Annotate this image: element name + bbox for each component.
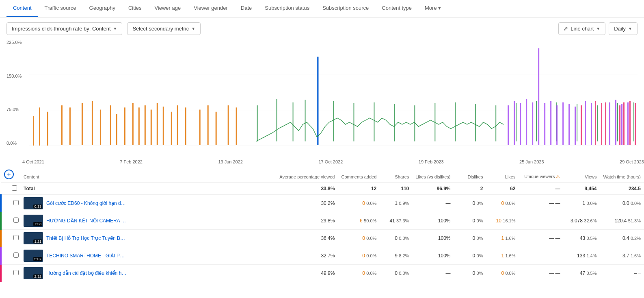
row-likes-vs-4: — <box>412 265 454 282</box>
total-checkbox[interactable] <box>12 185 17 191</box>
row-thumbnail-4: 2:32 <box>24 267 43 279</box>
chart-type-chevron-icon: ▼ <box>596 26 600 31</box>
svg-rect-72 <box>619 105 620 145</box>
add-column-button[interactable]: + <box>4 170 14 179</box>
secondary-metric-chevron-icon: ▼ <box>191 26 195 31</box>
row-title-3[interactable]: TECHINO SMARTHOME - GIẢI PHÁP THÔNG MINH… <box>46 253 128 259</box>
row-likes-vs-0: — <box>412 195 454 212</box>
svg-rect-53 <box>526 99 527 145</box>
row-color-indicator <box>1 265 20 282</box>
row-watch-time-1: 120.4 51.3% <box>600 212 644 230</box>
svg-rect-67 <box>627 102 629 145</box>
svg-rect-25 <box>207 105 209 145</box>
row-duration-4: 2:32 <box>33 274 42 278</box>
primary-metric-chevron-icon: ▼ <box>113 26 117 31</box>
row-duration-0: 0:33 <box>33 204 42 209</box>
svg-rect-20 <box>163 107 164 145</box>
col-header-content: Content <box>20 166 276 183</box>
interval-chevron-icon: ▼ <box>628 26 632 31</box>
svg-rect-47 <box>597 105 598 141</box>
row-unique-viewers-2: — — <box>519 230 563 247</box>
primary-metric-dropdown[interactable]: Impressions click-through rate by: Conte… <box>6 22 122 35</box>
row-content-cell-1: 7:53 HƯỚNG DẪN KẾT NỐI CAMERA TAPO C200 … <box>20 212 276 230</box>
chart-y-labels: 225.0% 150.0% 75.0% 0.0% <box>6 40 22 146</box>
row-views-1: 3,078 32.6% <box>563 212 600 230</box>
row-content-cell-4: 2:32 Hướng dẫn cài đặt bộ điều khiển hồn… <box>20 265 276 282</box>
y-label-0: 0.0% <box>6 141 22 146</box>
col-label-dislikes: Dislikes <box>468 174 483 179</box>
tab-content-type[interactable]: Content type <box>375 0 418 17</box>
svg-rect-15 <box>132 103 134 145</box>
row-dislikes-3: 0 0% <box>454 247 486 265</box>
tab-traffic-source[interactable]: Traffic source <box>38 0 83 17</box>
row-color-indicator <box>1 212 20 230</box>
row-likes-vs-1: 100% <box>412 212 454 230</box>
row-title-2[interactable]: Thiết Bị Hỗ Trợ Học Trực Tuyến Bằng Chiế… <box>46 235 128 241</box>
row-checkbox-1[interactable] <box>13 218 19 223</box>
tab-cities[interactable]: Cities <box>122 0 148 17</box>
row-likes-vs-2: 100% <box>412 230 454 247</box>
svg-rect-49 <box>633 102 634 141</box>
svg-rect-28 <box>236 107 237 145</box>
col-header-shares: Shares <box>380 166 412 183</box>
row-thumbnail-1: 7:53 <box>24 215 43 227</box>
secondary-metric-dropdown[interactable]: Select secondary metric ▼ <box>127 22 201 35</box>
x-label-oct2021: 4 Oct 2021 <box>22 159 44 164</box>
row-comments-0: 0 0.0% <box>338 195 380 212</box>
row-unique-viewers-4: — — <box>519 265 563 282</box>
row-avg-pct-3: 32.7% <box>276 247 338 265</box>
col-label-views: Views <box>585 174 596 179</box>
svg-rect-46 <box>577 104 577 141</box>
row-shares-3: 9 8.2% <box>380 247 412 265</box>
tab-subscription-status[interactable]: Subscription status <box>258 0 316 17</box>
row-checkbox-2[interactable] <box>13 235 19 240</box>
row-watch-time-4: – – <box>600 265 644 282</box>
row-avg-pct-1: 29.8% <box>276 212 338 230</box>
col-header-comments: Comments added <box>338 166 380 183</box>
svg-rect-12 <box>110 105 111 145</box>
col-header-views: Views <box>563 166 600 183</box>
row-checkbox-4[interactable] <box>13 270 19 275</box>
row-comments-3: 0 0.0% <box>338 247 380 265</box>
chart-container <box>29 40 638 158</box>
col-label-content: Content <box>24 174 39 179</box>
row-views-0: 1 0.0% <box>563 195 600 212</box>
table-row: 0:33 Gói cước ED60 - Không giới hạn dung… <box>1 195 644 212</box>
interval-label: Daily <box>614 26 626 32</box>
svg-rect-59 <box>562 102 564 145</box>
x-label-feb2022: 7 Feb 2022 <box>120 159 143 164</box>
total-comments: 12 <box>338 183 380 195</box>
row-checkbox-0[interactable] <box>13 200 19 205</box>
tab-viewer-age[interactable]: Viewer age <box>148 0 187 17</box>
tab-more[interactable]: More ▾ <box>418 0 447 17</box>
total-shares: 110 <box>380 183 412 195</box>
total-likes-vs: 96.9% <box>412 183 454 195</box>
col-label-shares: Shares <box>395 174 409 179</box>
svg-rect-68 <box>581 105 582 145</box>
row-checkbox-3[interactable] <box>13 252 19 258</box>
svg-rect-54 <box>532 102 533 145</box>
row-watch-time-0: 0.0 0.0% <box>600 195 644 212</box>
tab-geography[interactable]: Geography <box>83 0 122 17</box>
svg-rect-24 <box>199 110 201 145</box>
row-title-0[interactable]: Gói cước ED60 - Không giới hạn dung lượn… <box>46 200 128 206</box>
tab-viewer-gender[interactable]: Viewer gender <box>187 0 234 17</box>
chart-type-dropdown[interactable]: ⬀ Line chart ▼ <box>558 22 605 35</box>
row-views-3: 133 1.4% <box>563 247 600 265</box>
tab-date[interactable]: Date <box>234 0 258 17</box>
svg-rect-10 <box>92 101 93 145</box>
svg-rect-66 <box>621 104 622 145</box>
row-title-4[interactable]: Hướng dẫn cài đặt bộ điều khiển hồng ngo… <box>46 270 128 276</box>
interval-dropdown[interactable]: Daily ▼ <box>609 22 638 35</box>
secondary-metric-label: Select secondary metric <box>132 26 189 32</box>
svg-rect-55 <box>538 48 539 145</box>
svg-rect-71 <box>605 102 606 145</box>
chart-area: 225.0% 150.0% 75.0% 0.0% <box>0 40 644 158</box>
tab-subscription-source[interactable]: Subscription source <box>316 0 375 17</box>
svg-rect-9 <box>82 103 83 145</box>
col-header-unique-viewers: Unique viewers ⚠ <box>519 166 563 183</box>
tab-content[interactable]: Content <box>6 0 38 17</box>
row-avg-pct-0: 30.2% <box>276 195 338 212</box>
svg-rect-39 <box>434 103 435 141</box>
row-title-1[interactable]: HƯỚNG DẪN KẾT NỐI CAMERA TAPO C200 VỚI Đ… <box>46 218 128 224</box>
